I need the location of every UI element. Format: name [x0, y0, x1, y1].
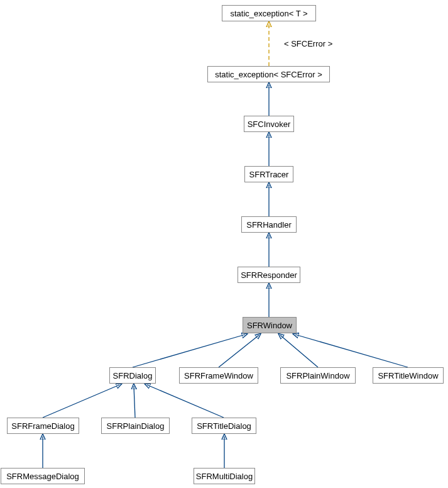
node-label: SFRPlainDialog: [107, 421, 165, 431]
node-label: SFRHandler: [246, 220, 292, 230]
node-label: SFRDialog: [113, 371, 153, 380]
edge-inherit: [219, 335, 259, 367]
node-sfrdialog[interactable]: SFRDialog: [109, 367, 156, 384]
node-static-exception-sfcerror[interactable]: static_exception< SFCError >: [207, 66, 330, 82]
edge-inherit: [134, 386, 135, 418]
node-sfrtitledialog[interactable]: SFRTitleDialog: [192, 418, 256, 434]
node-label: SFCInvoker: [248, 119, 291, 129]
node-label: SFRTitleDialog: [197, 421, 251, 431]
node-sfrwindow[interactable]: SFRWindow: [243, 317, 297, 333]
node-label: SFRFrameDialog: [11, 421, 74, 431]
node-sfcinvoker[interactable]: SFCInvoker: [244, 116, 294, 132]
node-label: SFRPlainWindow: [286, 371, 349, 380]
node-label: SFRResponder: [241, 270, 297, 280]
template-param-label: < SFCError >: [284, 39, 332, 48]
node-sfrmessagedialog[interactable]: SFRMessageDialog: [1, 468, 85, 484]
edge-inherit: [280, 335, 318, 367]
node-sfrtracer[interactable]: SFRTracer: [244, 166, 293, 182]
node-sfrtitlewindow[interactable]: SFRTitleWindow: [373, 367, 444, 384]
edge-inherit: [43, 385, 119, 418]
node-sfrhandler[interactable]: SFRHandler: [241, 216, 297, 233]
node-label: SFRMessageDialog: [6, 472, 79, 481]
node-label: SFRWindow: [247, 321, 292, 330]
node-label: static_exception< T >: [230, 9, 307, 18]
node-sfrframewindow[interactable]: SFRFrameWindow: [179, 367, 258, 384]
node-label: static_exception< SFCError >: [215, 70, 322, 79]
node-label: SFRTracer: [249, 170, 289, 179]
edge-inherit: [133, 335, 245, 367]
node-label: SFRFrameWindow: [184, 371, 253, 380]
node-sfrmultidialog[interactable]: SFRMultiDialog: [194, 468, 255, 484]
node-label: SFRTitleWindow: [378, 371, 438, 380]
edge-inherit: [147, 385, 224, 418]
diagram-canvas: static_exception< T > < SFCError > stati…: [0, 0, 448, 488]
node-sfrplaindialog[interactable]: SFRPlainDialog: [101, 418, 170, 434]
node-label: SFRMultiDialog: [196, 472, 253, 481]
node-sfrframedialog[interactable]: SFRFrameDialog: [7, 418, 79, 434]
edge-inherit: [295, 335, 408, 367]
node-static-exception-t[interactable]: static_exception< T >: [222, 5, 316, 21]
node-sfrplainwindow[interactable]: SFRPlainWindow: [280, 367, 356, 384]
node-sfrresponder[interactable]: SFRResponder: [238, 267, 300, 283]
